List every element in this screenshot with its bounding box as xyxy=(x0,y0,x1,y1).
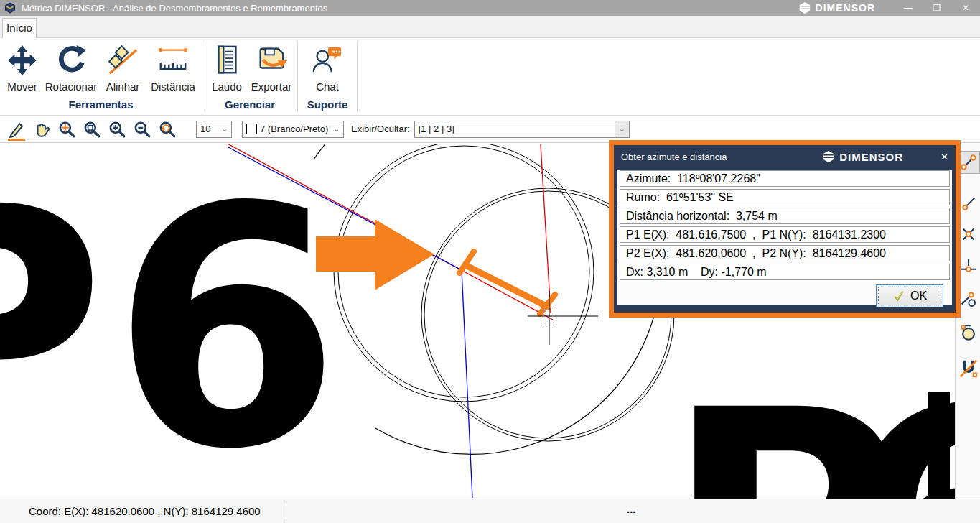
pen-size-value: 10 xyxy=(200,124,210,134)
coordinates-readout: Coord: E(X): 481620.0600 , N(Y): 8164129… xyxy=(29,505,261,517)
azimuth-field: Azimute: 118º08'07.2268" xyxy=(620,170,950,187)
distancia-button[interactable]: Distância xyxy=(145,43,201,93)
rotacionar-button[interactable]: Rotacionar xyxy=(42,43,101,93)
exportar-button[interactable]: Exportar xyxy=(247,43,296,93)
close-button[interactable]: ✕ xyxy=(951,3,980,13)
chat-icon xyxy=(310,43,345,78)
ribbon-group-ferramentas: Mover Rotacionar xyxy=(0,38,202,115)
p2-coordinates-field: P2 E(X): 481.620,0600 , P2 N(Y): 8164129… xyxy=(620,245,950,262)
statusbar-overflow: ... xyxy=(627,503,636,515)
layers-label: Exibir/Ocultar: xyxy=(351,124,410,134)
dialog-title-bar: Obter azimute e distância DIMENSOR ✕ xyxy=(614,145,956,168)
horizontal-distance-field: Distância horizontal: 3,754 m xyxy=(620,208,950,224)
orange-arrow xyxy=(316,219,434,290)
snap-tangent-icon[interactable] xyxy=(958,288,979,310)
snap-center-icon[interactable] xyxy=(958,322,979,343)
delta-xy-field: Dx: 3,310 m Dy: -1,770 m xyxy=(620,264,950,280)
drawing-toolbar: 10 ⌄ 7 (Branco/Preto) ⌄ Exibir/Ocultar: … xyxy=(0,116,980,143)
snap-disable-icon[interactable] xyxy=(958,358,979,379)
ribbon-group-suporte: Chat Suporte xyxy=(298,38,357,115)
dialog-body: Azimute: 118º08'07.2268" Rumo: 61º51'53"… xyxy=(617,170,952,305)
ribbon: Mover Rotacionar xyxy=(0,38,980,116)
alinhar-button[interactable]: Alinhar xyxy=(101,43,145,93)
chat-button[interactable]: Chat xyxy=(301,43,354,93)
tab-inicio[interactable]: Início xyxy=(2,18,37,38)
chevron-down-icon: ⌄ xyxy=(615,121,629,137)
minimize-button[interactable]: — xyxy=(894,3,923,13)
group-label-gerenciar: Gerenciar xyxy=(202,98,297,115)
bearing-field: Rumo: 61º51'53" SE xyxy=(620,189,950,205)
rotate-icon xyxy=(54,43,88,78)
zoom-out-icon[interactable] xyxy=(133,119,151,139)
app-window: Métrica DIMENSOR - Análise de Desmembram… xyxy=(0,0,980,523)
group-label-ferramentas: Ferramentas xyxy=(0,98,202,115)
group-label-suporte: Suporte xyxy=(298,98,357,115)
circle-a-outer xyxy=(334,144,594,402)
zoom-extents-icon[interactable] xyxy=(57,119,76,139)
dimensor-logo-icon xyxy=(822,150,835,163)
pan-hand-icon[interactable] xyxy=(32,119,51,139)
snap-perpendicular-icon[interactable] xyxy=(958,256,979,277)
tab-row: Início xyxy=(0,16,980,38)
brand: DIMENSOR xyxy=(798,1,875,14)
statusbar-divider xyxy=(286,501,286,521)
azimuth-distance-dialog: Obter azimute e distância DIMENSOR ✕ Azi… xyxy=(609,140,961,318)
pencil-icon[interactable] xyxy=(7,119,26,139)
snap-point-icon[interactable] xyxy=(958,193,979,215)
report-icon xyxy=(210,43,244,78)
pen-size-combo[interactable]: 10 ⌄ xyxy=(196,121,232,138)
color-value: 7 (Branco/Preto) xyxy=(260,124,328,134)
move-icon xyxy=(5,43,39,78)
chevron-down-icon: ⌄ xyxy=(218,125,231,133)
measure-segment xyxy=(467,266,548,307)
mover-button[interactable]: Mover xyxy=(3,43,42,93)
brand-text: DIMENSOR xyxy=(816,2,875,14)
dialog-brand: DIMENSOR xyxy=(822,150,903,163)
export-icon xyxy=(254,43,289,78)
app-icon xyxy=(4,2,16,14)
status-bar: Coord: E(X): 481620.0600 , N(Y): 8164129… xyxy=(0,499,980,523)
color-combo[interactable]: 7 (Branco/Preto) ⌄ xyxy=(242,121,344,138)
snap-intersection-icon[interactable] xyxy=(958,223,979,245)
dialog-title: Obter azimute e distância xyxy=(621,152,822,162)
chevron-down-icon: ⌄ xyxy=(330,125,343,133)
layers-combo[interactable]: [1 | 2 | 3] ⌄ xyxy=(414,121,630,138)
dialog-close-icon[interactable]: ✕ xyxy=(941,152,948,162)
ok-button[interactable]: OK xyxy=(876,284,943,307)
zoom-previous-icon[interactable] xyxy=(158,119,177,139)
color-swatch xyxy=(246,124,257,134)
ribbon-separator xyxy=(357,42,358,111)
blue-polyline xyxy=(228,147,472,498)
ribbon-group-gerenciar: Laudo Exportar xyxy=(202,38,297,115)
laudo-button[interactable]: Laudo xyxy=(207,43,247,93)
align-icon xyxy=(106,43,140,78)
zoom-window-icon[interactable] xyxy=(83,119,101,139)
p1-coordinates-field: P1 E(X): 481.616,7500 , P1 N(Y): 8164131… xyxy=(620,226,950,243)
red-vertical-line xyxy=(541,144,551,313)
window-title: Métrica DIMENSOR - Análise de Desmembram… xyxy=(22,3,327,14)
check-icon xyxy=(892,290,905,302)
restore-button[interactable]: ❐ xyxy=(923,3,951,13)
title-bar: Métrica DIMENSOR - Análise de Desmembram… xyxy=(0,0,980,16)
dimensor-logo-icon xyxy=(798,1,811,14)
zoom-in-icon[interactable] xyxy=(108,119,126,139)
layers-value: [1 | 2 | 3] xyxy=(419,124,454,134)
distance-icon xyxy=(156,43,190,78)
